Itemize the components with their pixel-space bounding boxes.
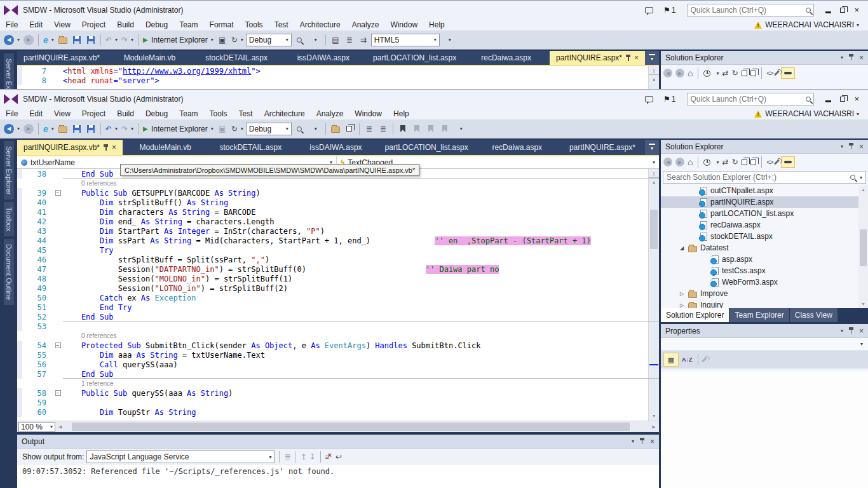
prev-bookmark-button[interactable] [410,122,423,136]
tab-partinquire.aspx.vb[interactable]: partINQUIRE.aspx.vb* [17,51,106,65]
tree-item-partinquire.aspx[interactable]: partINQUIRE.aspx [661,196,868,208]
tree-item-datatest[interactable]: ◢Datatest [661,242,868,254]
close-icon[interactable]: × [859,53,864,62]
pending-changes-icon[interactable] [703,70,710,77]
menu-item-build[interactable]: Build [111,20,140,30]
expanded-arrow-icon[interactable]: ◢ [679,245,685,251]
refresh-icon[interactable]: ↻ [732,69,738,78]
toolbox-vertical-tab[interactable]: Toolbox [4,202,14,236]
navigate-back-button[interactable]: ◀▾ [3,122,21,136]
code-line-42[interactable]: 42 Dim end_ As String = characters.Lengt… [17,217,659,226]
quick-launch-input[interactable]: Quick Launch (Ctrl+Q) [687,4,814,17]
collapse-all-icon[interactable] [742,159,747,165]
collapsed-arrow-icon[interactable]: ▷ [679,302,685,308]
tab-partinquire.aspx[interactable]: partINQUIRE.aspx* [560,140,645,155]
open-file-button[interactable] [57,33,69,47]
menu-item-window[interactable]: Window [384,20,423,30]
redo-button[interactable]: ↷▾ [120,122,135,136]
home-icon[interactable]: ⌂ [688,68,693,78]
menu-item-analyze[interactable]: Analyze [311,109,349,119]
scrollbar-thumb[interactable] [72,423,630,431]
code-editor[interactable]: ▴▾ ▲ ▼ 38 End Sub0 references39− Public … [17,169,659,421]
navigate-back-button[interactable]: ◀▾ [3,33,21,47]
user-account-menu[interactable]: WEERACHAI VACHAISRI▾ [754,20,859,29]
menu-item-project[interactable]: Project [76,109,111,119]
tab-partinquire.aspx[interactable]: partINQUIRE.aspx*× [550,51,645,65]
save-button[interactable] [71,122,83,136]
menu-item-view[interactable]: View [48,20,76,30]
open-file-button[interactable] [57,122,69,136]
editor-zoom-select[interactable]: 100 %▾ [18,422,55,432]
menu-item-analyze[interactable]: Analyze [346,20,385,30]
code-line-7[interactable]: 7<html xmlns="http://www.w3.org/1999/xht… [17,66,659,76]
clear-bookmarks-button[interactable] [438,122,451,136]
code-line-44[interactable]: 44 Dim ssPart As String = Mid(characters… [17,236,659,245]
attach-process-icon[interactable]: ▣ [216,33,229,47]
toolbar-overflow[interactable]: ▾ [309,122,322,136]
browse-with-button[interactable]: e▾ [42,122,55,136]
navigate-to-icon[interactable] [329,122,342,136]
menu-item-team[interactable]: Team [173,109,203,119]
undo-button[interactable]: ↶▾ [104,33,119,47]
menu-item-file[interactable]: File [0,20,24,30]
code-line-58[interactable]: 58− Public Sub querySS(aaa As String) [17,388,659,398]
se-back-icon[interactable]: ◀ [663,69,672,78]
tab-recdaiwa.aspx[interactable]: recDaiwa.aspx [475,140,560,155]
titlebar[interactable]: SMDW - Microsoft Visual Studio (Administ… [0,0,868,19]
code-line-51[interactable]: 51 End Try [17,302,659,312]
scroll-right-arrow[interactable]: ▶ [649,424,659,430]
window-position-icon[interactable]: ▾ [841,55,843,60]
tree-item-recdaiwa.aspx[interactable]: recDaiwa.aspx [661,219,868,231]
validation-doc-icon[interactable]: ▤ [329,33,342,47]
code-line-45[interactable]: 45 Try [17,245,659,255]
menu-item-build[interactable]: Build [111,109,140,119]
solution-config-select[interactable]: Debug▾ [246,34,292,46]
code-line-40[interactable]: 40 Dim strSplitBuff() As String [17,198,659,207]
codelens-references[interactable]: 0 references [17,179,659,188]
code-line-52[interactable]: 52 End Sub [17,312,659,322]
solution-config-select[interactable]: Debug▾ [246,123,292,135]
code-line-39[interactable]: 39− Public Sub GETSUPPLY(BARCODE As Stri… [17,188,659,198]
code-line-54[interactable]: 54− Protected Sub SubmitBtn_Click(sender… [17,341,659,350]
output-source-select[interactable]: JavaScript Language Service▾ [86,451,275,463]
menu-item-architecture[interactable]: Architecture [294,20,346,30]
menu-item-architecture[interactable]: Architecture [259,109,311,119]
code-line-50[interactable]: 50 Catch ex As Exception [17,293,659,302]
tree-item-asp.aspx[interactable]: asp.aspx [661,254,868,265]
code-line-46[interactable]: 46 strSplitBuff = Split(ssPart, ",") [17,255,659,264]
tab-list-overflow[interactable]: ▾ [645,51,659,65]
find-in-files-button[interactable] [293,33,306,47]
schema-select[interactable]: HTML5▾ [371,34,440,46]
sync-icon[interactable]: ⇄ [722,69,728,78]
pin-tab-icon[interactable] [626,55,630,62]
tab-modulemain.vb[interactable]: ModuleMain.vb [106,51,193,65]
toolbar-overflow-2[interactable]: ▾ [455,122,468,136]
menu-item-help[interactable]: Help [423,20,451,30]
fold-collapse-icon[interactable]: − [55,390,61,396]
minimize-button[interactable] [825,100,831,102]
user-account-menu[interactable]: WEERACHAI VACHAISRI▾ [754,109,859,118]
close-icon[interactable]: × [650,437,654,446]
undo-button[interactable]: ↶▾ [104,122,119,136]
save-button[interactable] [71,33,83,47]
menu-item-debug[interactable]: Debug [140,20,173,30]
tab-list-overflow[interactable]: ▾ [645,140,659,155]
next-bookmark-button[interactable] [424,122,437,136]
tab-modulemain.vb[interactable]: ModuleMain.vb [123,140,208,155]
prev-message-icon[interactable]: ↥ [300,452,306,461]
close-button[interactable]: × [854,7,859,13]
start-debug-button[interactable]: ▶ Internet Explorer▾ [142,33,215,47]
sync-icon[interactable]: ⇄ [722,158,728,166]
collapsed-arrow-icon[interactable]: ▷ [679,291,685,297]
menu-item-file[interactable]: File [0,109,24,119]
quick-launch-input[interactable]: Quick Launch (Ctrl+Q) [687,93,814,105]
document-outline-vertical-tab[interactable]: Document Outline [4,239,14,305]
close-tab-icon[interactable]: × [112,143,116,152]
save-all-button[interactable] [85,122,97,136]
tree-item-webform3.aspx[interactable]: WebForm3.aspx [661,276,868,288]
home-icon[interactable]: ⌂ [688,157,693,167]
redo-button[interactable]: ↷▾ [120,33,135,47]
properties-wrench-icon[interactable] [701,356,707,362]
panel-titlebar[interactable]: Solution Explorer ▾× [661,140,868,154]
menu-item-edit[interactable]: Edit [24,109,48,119]
